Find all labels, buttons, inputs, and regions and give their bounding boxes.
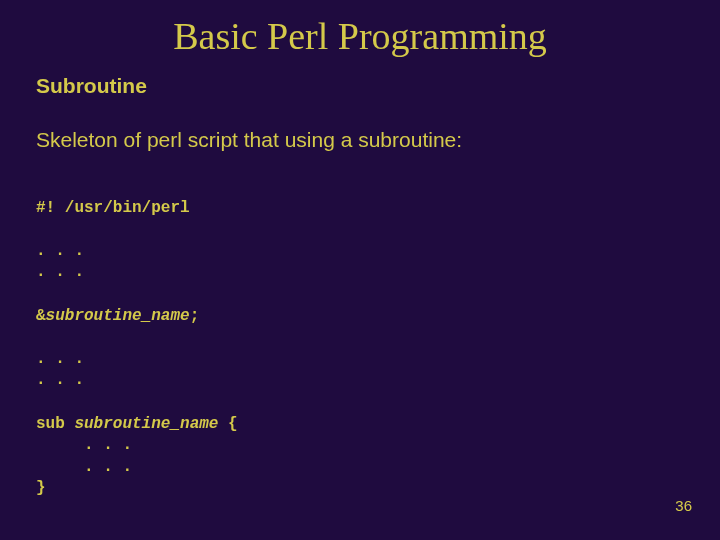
code-call-name: subroutine_name: [46, 307, 190, 325]
code-dots: . . .: [36, 263, 84, 281]
code-sub-name: subroutine_name: [74, 415, 218, 433]
code-dots: . . .: [36, 242, 84, 260]
section-subheading: Subroutine: [36, 74, 684, 98]
code-call-semi: ;: [190, 307, 200, 325]
code-sub-keyword: sub: [36, 415, 74, 433]
code-shebang: #! /usr/bin/perl: [36, 199, 190, 217]
page-number: 36: [675, 497, 692, 514]
code-example: #! /usr/bin/perl . . . . . . &subroutine…: [36, 176, 684, 500]
code-body-dots: . . .: [36, 458, 132, 476]
code-dots: . . .: [36, 350, 84, 368]
skeleton-description: Skeleton of perl script that using a sub…: [36, 128, 684, 152]
code-body-dots: . . .: [36, 436, 132, 454]
code-call-amp: &: [36, 307, 46, 325]
code-dots: . . .: [36, 371, 84, 389]
slide-content: Subroutine Skeleton of perl script that …: [0, 74, 720, 500]
code-close-brace: }: [36, 479, 46, 497]
slide-title: Basic Perl Programming: [0, 14, 720, 58]
code-sub-open: {: [218, 415, 237, 433]
